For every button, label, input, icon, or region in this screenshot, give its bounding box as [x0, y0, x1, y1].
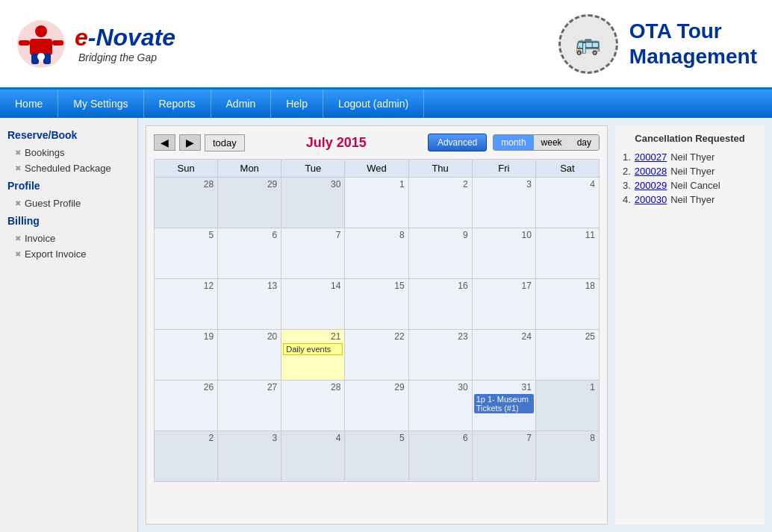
cell-date: 2: [411, 179, 470, 190]
calendar-cell[interactable]: 28: [281, 381, 345, 431]
calendar-cell[interactable]: 18: [535, 279, 599, 330]
sidebar-section-billing[interactable]: Billing: [0, 211, 137, 231]
calendar-cell[interactable]: 2: [408, 178, 472, 228]
cell-date: 3: [474, 179, 534, 190]
calendar-cell[interactable]: 19: [155, 330, 218, 381]
calendar-cell[interactable]: 1: [535, 381, 599, 431]
calendar-cell[interactable]: 3: [218, 431, 281, 482]
calendar-cell[interactable]: 5: [155, 228, 218, 279]
calendar-cell[interactable]: 10: [472, 228, 535, 279]
sidebar-item-export-invoice[interactable]: ✖ Export Invoice: [0, 246, 137, 262]
calendar-cell[interactable]: 8: [535, 431, 599, 482]
right-panel: Cancellation Requested 1.200027Neil Thye…: [615, 125, 765, 525]
logo-brand: e-Novate: [75, 24, 175, 51]
bus-icon: 🚌: [558, 14, 618, 74]
sidebar-item-invoice[interactable]: ✖ Invoice: [0, 231, 137, 246]
day-view-button[interactable]: day: [570, 135, 599, 150]
cell-date: 4: [283, 433, 343, 443]
calendar-cell[interactable]: 15: [345, 279, 408, 330]
svg-point-1: [35, 25, 47, 37]
cell-date: 19: [156, 331, 216, 342]
cell-date: 27: [220, 382, 279, 392]
nav-bar: Home My Settings Reports Admin Help Logo…: [0, 90, 772, 118]
calendar-cell[interactable]: 8: [345, 228, 408, 279]
calendar-cell[interactable]: 2: [155, 431, 218, 482]
cancel-name: Neil Thyer: [670, 194, 715, 205]
cell-date: 25: [538, 331, 597, 342]
calendar-cell[interactable]: 6: [408, 431, 472, 482]
calendar-cell[interactable]: 23: [408, 330, 472, 381]
calendar-cell[interactable]: 3: [472, 178, 535, 228]
cancel-id-link[interactable]: 200027: [635, 151, 667, 163]
cancellation-item: 1.200027Neil Thyer: [623, 151, 757, 163]
sidebar-section-profile[interactable]: Profile: [0, 176, 137, 195]
sidebar-item-guest-profile[interactable]: ✖ Guest Profile: [0, 195, 137, 211]
calendar-cell[interactable]: 26: [155, 381, 218, 431]
calendar-event[interactable]: 1p 1- Museum Tickets (#1): [474, 394, 534, 413]
next-button[interactable]: ▶: [179, 134, 201, 151]
calendar-cell[interactable]: 17: [472, 279, 535, 330]
calendar-header: ◀ ▶ today July 2015 Advanced month week …: [154, 134, 600, 151]
calendar-event[interactable]: Daily events: [283, 343, 343, 355]
calendar-cell[interactable]: 27: [218, 381, 281, 431]
cell-date: 7: [474, 433, 534, 443]
advanced-button[interactable]: Advanced: [428, 134, 487, 151]
prev-button[interactable]: ◀: [154, 134, 175, 151]
calendar-cell[interactable]: 11: [535, 228, 599, 279]
logo-area: e-Novate Bridging the Gap: [15, 18, 175, 70]
calendar-cell[interactable]: 21Daily events: [281, 330, 345, 381]
week-view-button[interactable]: week: [534, 135, 570, 150]
nav-home[interactable]: Home: [0, 90, 58, 118]
content-area: ◀ ▶ today July 2015 Advanced month week …: [138, 118, 772, 532]
sidebar-section-reserve-book[interactable]: Reserve/Book: [0, 125, 137, 145]
cell-date: 1: [538, 382, 597, 392]
calendar-cell[interactable]: 4: [281, 431, 345, 482]
calendar-cell[interactable]: 9: [408, 228, 472, 279]
calendar-cell[interactable]: 22: [345, 330, 408, 381]
cell-date: 30: [411, 382, 470, 392]
calendar-cell[interactable]: 4: [535, 178, 599, 228]
cancellation-item: 2.200028Neil Thyer: [623, 166, 757, 177]
calendar-cell[interactable]: 29: [345, 381, 408, 431]
cancel-id-link[interactable]: 200028: [635, 166, 667, 177]
nav-logout[interactable]: Logout (admin): [323, 90, 424, 118]
calendar-cell[interactable]: 5: [345, 431, 408, 482]
day-header-fri: Fri: [472, 160, 535, 178]
calendar-cell[interactable]: 1: [345, 178, 408, 228]
cell-date: 6: [411, 433, 470, 443]
cancel-id-link[interactable]: 200029: [635, 180, 667, 191]
sidebar-item-scheduled-package[interactable]: ✖ Scheduled Package: [0, 160, 137, 176]
today-button[interactable]: today: [205, 134, 245, 151]
day-header-tue: Tue: [281, 160, 345, 178]
calendar-cell[interactable]: 16: [408, 279, 472, 330]
nav-my-settings[interactable]: My Settings: [58, 90, 143, 118]
calendar-cell[interactable]: 14: [281, 279, 345, 330]
cell-date: 15: [346, 281, 406, 291]
calendar-cell[interactable]: 311p 1- Museum Tickets (#1): [472, 381, 535, 431]
calendar-cell[interactable]: 24: [472, 330, 535, 381]
calendar-cell[interactable]: 7: [472, 431, 535, 482]
calendar-cell[interactable]: 6: [218, 228, 281, 279]
sidebar-item-bookings[interactable]: ✖ Bookings: [0, 145, 137, 160]
nav-reports[interactable]: Reports: [144, 90, 211, 118]
cell-date: 5: [346, 433, 406, 443]
calendar-cell[interactable]: 30: [281, 178, 345, 228]
calendar-cell[interactable]: 25: [535, 330, 599, 381]
cancel-id-link[interactable]: 200030: [635, 194, 667, 205]
nav-help[interactable]: Help: [271, 90, 323, 118]
calendar-cell[interactable]: 13: [218, 279, 281, 330]
cell-date: 14: [283, 281, 343, 291]
calendar-cell[interactable]: 7: [281, 228, 345, 279]
svg-rect-3: [19, 40, 30, 46]
cell-date: 21: [283, 331, 343, 342]
bullet-icon: ✖: [15, 234, 21, 242]
cell-date: 8: [346, 230, 406, 240]
calendar-cell[interactable]: 29: [218, 178, 281, 228]
calendar-cell[interactable]: 28: [155, 178, 218, 228]
month-view-button[interactable]: month: [494, 135, 533, 150]
nav-admin[interactable]: Admin: [211, 90, 272, 118]
bullet-icon: ✖: [15, 250, 21, 258]
calendar-cell[interactable]: 12: [155, 279, 218, 330]
calendar-cell[interactable]: 20: [218, 330, 281, 381]
calendar-cell[interactable]: 30: [408, 381, 472, 431]
